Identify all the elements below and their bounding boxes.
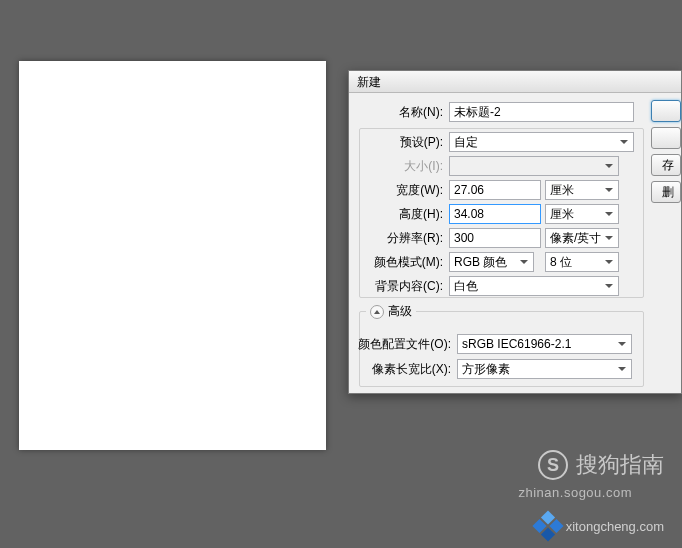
- aspect-label: 像素长宽比(X):: [349, 361, 457, 378]
- preset-value: 自定: [454, 134, 478, 151]
- xtc-logo-icon: [531, 509, 565, 543]
- width-input[interactable]: [449, 180, 541, 200]
- width-unit: 厘米: [550, 182, 574, 199]
- colorprofile-value: sRGB IEC61966-2.1: [462, 337, 571, 351]
- aspect-value: 方形像素: [462, 361, 510, 378]
- dialog-side-buttons: 存 删: [651, 100, 681, 203]
- xtc-url: xitongcheng.com: [566, 519, 664, 534]
- save-preset-button[interactable]: 存: [651, 154, 681, 176]
- resolution-unit: 像素/英寸: [550, 230, 601, 247]
- sogou-url: zhinan.sogou.com: [518, 485, 632, 500]
- colormode-select[interactable]: RGB 颜色: [449, 252, 534, 272]
- bg-value: 白色: [454, 278, 478, 295]
- colorprofile-label: 颜色配置文件(O):: [349, 336, 457, 353]
- preset-select[interactable]: 自定: [449, 132, 634, 152]
- advanced-label: 高级: [388, 303, 412, 320]
- sogou-watermark: S 搜狗指南: [538, 450, 664, 480]
- document-canvas[interactable]: [19, 61, 326, 450]
- resolution-input[interactable]: [449, 228, 541, 248]
- colorprofile-select[interactable]: sRGB IEC61966-2.1: [457, 334, 632, 354]
- delete-preset-button[interactable]: 删: [651, 181, 681, 203]
- bitdepth-select[interactable]: 8 位: [545, 252, 619, 272]
- dialog-titlebar[interactable]: 新建: [349, 71, 681, 93]
- height-unit-select[interactable]: 厘米: [545, 204, 619, 224]
- height-unit: 厘米: [550, 206, 574, 223]
- bg-label: 背景内容(C):: [349, 278, 449, 295]
- bg-select[interactable]: 白色: [449, 276, 619, 296]
- height-label: 高度(H):: [349, 206, 449, 223]
- colormode-value: RGB 颜色: [454, 254, 507, 271]
- resolution-label: 分辨率(R):: [349, 230, 449, 247]
- xtc-watermark: xitongcheng.com: [536, 514, 664, 538]
- colormode-label: 颜色模式(M):: [349, 254, 449, 271]
- dialog-title: 新建: [357, 75, 381, 89]
- name-label: 名称(N):: [349, 104, 449, 121]
- sogou-text: 搜狗指南: [576, 450, 664, 480]
- width-unit-select[interactable]: 厘米: [545, 180, 619, 200]
- cancel-button[interactable]: [651, 127, 681, 149]
- size-label: 大小(I):: [349, 158, 449, 175]
- resolution-unit-select[interactable]: 像素/英寸: [545, 228, 619, 248]
- width-label: 宽度(W):: [349, 182, 449, 199]
- preset-label: 预设(P):: [349, 134, 449, 151]
- name-input[interactable]: [449, 102, 634, 122]
- size-select: [449, 156, 619, 176]
- chevron-up-icon: [370, 305, 384, 319]
- advanced-toggle[interactable]: 高级: [366, 303, 416, 320]
- bitdepth-value: 8 位: [550, 254, 572, 271]
- aspect-select[interactable]: 方形像素: [457, 359, 632, 379]
- height-input[interactable]: [449, 204, 541, 224]
- ok-button[interactable]: [651, 100, 681, 122]
- new-document-dialog: 新建 名称(N): 预设(P): 自定 大小(I): 宽度(W): 厘米: [348, 70, 682, 394]
- sogou-logo-icon: S: [538, 450, 568, 480]
